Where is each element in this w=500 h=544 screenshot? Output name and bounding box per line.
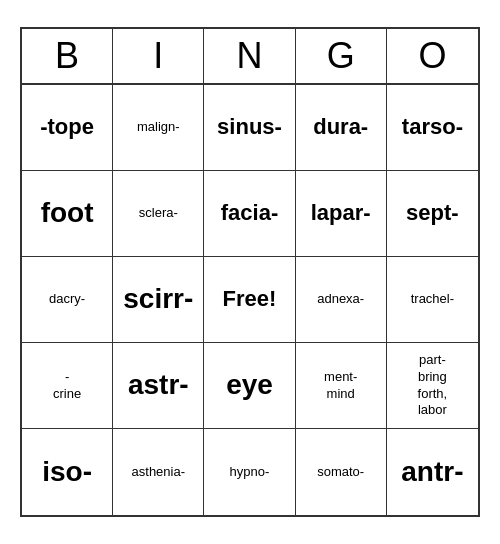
cell-r2-c4: trachel- bbox=[387, 257, 478, 343]
cell-content: dura- bbox=[313, 113, 368, 142]
cell-r4-c3: somato- bbox=[296, 429, 387, 515]
cell-content: sept- bbox=[406, 199, 459, 228]
cell-r1-c1: sclera- bbox=[113, 171, 204, 257]
cell-content: tarso- bbox=[402, 113, 463, 142]
header-letter: O bbox=[387, 29, 478, 83]
cell-content: part- bring forth, labor bbox=[418, 352, 448, 420]
header-letter: G bbox=[296, 29, 387, 83]
cell-r4-c0: iso- bbox=[22, 429, 113, 515]
cell-content: - crine bbox=[53, 369, 81, 403]
cell-r3-c1: astr- bbox=[113, 343, 204, 429]
cell-r0-c4: tarso- bbox=[387, 85, 478, 171]
cell-r3-c3: ment- mind bbox=[296, 343, 387, 429]
cell-content: ment- mind bbox=[324, 369, 357, 403]
cell-r3-c0: - crine bbox=[22, 343, 113, 429]
cell-content: -tope bbox=[40, 113, 94, 142]
cell-r1-c4: sept- bbox=[387, 171, 478, 257]
cell-content: asthenia- bbox=[132, 464, 185, 481]
cell-r0-c2: sinus- bbox=[204, 85, 295, 171]
cell-r2-c2: Free! bbox=[204, 257, 295, 343]
cell-r2-c0: dacry- bbox=[22, 257, 113, 343]
cell-content: astr- bbox=[128, 367, 189, 403]
cell-r1-c0: foot bbox=[22, 171, 113, 257]
header-letter: N bbox=[204, 29, 295, 83]
cell-r4-c4: antr- bbox=[387, 429, 478, 515]
cell-content: foot bbox=[41, 195, 94, 231]
cell-content: sinus- bbox=[217, 113, 282, 142]
cell-content: trachel- bbox=[411, 291, 454, 308]
cell-content: dacry- bbox=[49, 291, 85, 308]
cell-r2-c3: adnexa- bbox=[296, 257, 387, 343]
bingo-grid: -topemalign-sinus-dura-tarso-footsclera-… bbox=[22, 85, 478, 515]
bingo-card: BINGO -topemalign-sinus-dura-tarso-foots… bbox=[20, 27, 480, 517]
header-letter: I bbox=[113, 29, 204, 83]
cell-r2-c1: scirr- bbox=[113, 257, 204, 343]
cell-content: malign- bbox=[137, 119, 180, 136]
cell-r0-c0: -tope bbox=[22, 85, 113, 171]
cell-content: eye bbox=[226, 367, 273, 403]
cell-r1-c2: facia- bbox=[204, 171, 295, 257]
cell-r0-c3: dura- bbox=[296, 85, 387, 171]
cell-content: scirr- bbox=[123, 281, 193, 317]
cell-r0-c1: malign- bbox=[113, 85, 204, 171]
cell-r1-c3: lapar- bbox=[296, 171, 387, 257]
cell-r3-c2: eye bbox=[204, 343, 295, 429]
cell-r4-c1: asthenia- bbox=[113, 429, 204, 515]
cell-content: hypno- bbox=[230, 464, 270, 481]
cell-content: adnexa- bbox=[317, 291, 364, 308]
header-letter: B bbox=[22, 29, 113, 83]
cell-content: somato- bbox=[317, 464, 364, 481]
cell-content: antr- bbox=[401, 454, 463, 490]
cell-r3-c4: part- bring forth, labor bbox=[387, 343, 478, 429]
cell-content: lapar- bbox=[311, 199, 371, 228]
cell-content: Free! bbox=[223, 285, 277, 314]
cell-content: facia- bbox=[221, 199, 278, 228]
cell-content: sclera- bbox=[139, 205, 178, 222]
bingo-header: BINGO bbox=[22, 29, 478, 85]
cell-r4-c2: hypno- bbox=[204, 429, 295, 515]
cell-content: iso- bbox=[42, 454, 92, 490]
